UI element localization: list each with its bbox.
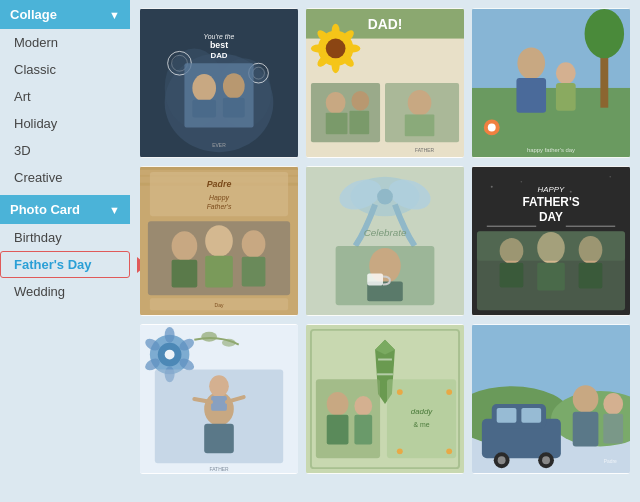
svg-rect-45: [516, 78, 546, 113]
svg-point-43: [585, 9, 625, 58]
svg-point-101: [165, 327, 175, 343]
svg-text:EVER: EVER: [212, 143, 226, 148]
svg-rect-61: [172, 260, 198, 288]
svg-text:DAD: DAD: [210, 51, 227, 60]
svg-rect-34: [349, 111, 369, 135]
svg-point-46: [556, 62, 576, 84]
svg-point-150: [603, 393, 623, 415]
sidebar-item-birthday[interactable]: Birthday: [0, 224, 130, 251]
sidebar-item-3d[interactable]: 3D: [0, 137, 130, 164]
card-happy-fathers-day-brown[interactable]: Padre Happy Father's Day: [140, 166, 298, 316]
sidebar-item-fathers-day[interactable]: Father's Day: [0, 251, 130, 278]
svg-text:daddy: daddy: [411, 407, 434, 416]
sidebar-item-modern[interactable]: Modern: [0, 29, 130, 56]
svg-point-49: [488, 123, 496, 131]
svg-text:DAD!: DAD!: [368, 16, 403, 32]
svg-text:Day: Day: [215, 303, 224, 308]
card-youre-best[interactable]: You're the best DAD EVER: [140, 8, 298, 158]
svg-point-80: [491, 186, 493, 188]
svg-text:You're the: You're the: [204, 33, 235, 40]
svg-rect-65: [242, 257, 266, 287]
svg-rect-37: [405, 115, 435, 137]
card-grid: You're the best DAD EVER DAD!: [140, 8, 630, 474]
card-fathers-day-chalkboard[interactable]: HAPPY FATHER'S DAY: [472, 166, 630, 316]
svg-point-133: [446, 389, 452, 395]
svg-point-147: [542, 456, 550, 464]
svg-point-21: [326, 39, 346, 59]
svg-text:Padre: Padre: [604, 459, 617, 464]
card-daddy-and-me[interactable]: daddy & me: [306, 324, 464, 474]
svg-text:& me: & me: [413, 421, 429, 428]
svg-rect-96: [477, 231, 625, 261]
svg-rect-113: [211, 396, 227, 411]
svg-point-9: [192, 74, 216, 102]
svg-rect-93: [537, 263, 565, 291]
photo-card-chevron-icon: ▼: [109, 204, 120, 216]
svg-text:Padre: Padre: [207, 179, 232, 189]
collage-chevron-icon: ▼: [109, 9, 120, 21]
card-father-son-piggyback[interactable]: FATHER: [140, 324, 298, 474]
svg-rect-149: [573, 412, 599, 447]
svg-point-36: [408, 90, 432, 116]
svg-rect-128: [354, 415, 372, 445]
sidebar: Collage ▼ Modern Classic Art Holiday 3D …: [0, 0, 130, 502]
card-dad-sunflower[interactable]: DAD!: [306, 8, 464, 158]
svg-rect-78: [367, 274, 383, 286]
svg-point-148: [573, 385, 599, 413]
svg-rect-33: [326, 113, 348, 135]
svg-rect-143: [521, 408, 541, 423]
svg-text:Father's: Father's: [207, 203, 232, 210]
svg-point-60: [172, 231, 198, 261]
collage-section-header[interactable]: Collage ▼: [0, 0, 130, 29]
photo-card-section-header[interactable]: Photo Card ▼: [0, 195, 130, 224]
svg-point-135: [446, 448, 452, 454]
svg-text:Happy: Happy: [209, 194, 230, 202]
svg-point-132: [397, 389, 403, 395]
svg-point-112: [209, 375, 229, 397]
svg-text:Celebrate: Celebrate: [364, 227, 407, 238]
svg-point-108: [222, 339, 236, 347]
svg-point-31: [326, 92, 346, 114]
svg-text:happy father's day: happy father's day: [527, 147, 575, 153]
svg-text:HAPPY: HAPPY: [538, 185, 565, 194]
svg-rect-151: [603, 414, 623, 444]
card-father-son-outdoor[interactable]: happy father's day: [472, 8, 630, 158]
card-father-son-car[interactable]: Padre: [472, 324, 630, 474]
svg-text:FATHER: FATHER: [209, 467, 228, 472]
svg-point-107: [201, 332, 217, 342]
card-celebrate[interactable]: Celebrate: [306, 166, 464, 316]
svg-point-127: [354, 396, 372, 416]
sidebar-item-classic[interactable]: Classic: [0, 56, 130, 83]
svg-text:DAY: DAY: [539, 210, 563, 224]
sidebar-item-wedding[interactable]: Wedding: [0, 278, 130, 305]
svg-point-145: [498, 456, 506, 464]
svg-rect-11: [192, 100, 216, 118]
svg-point-44: [517, 47, 545, 79]
svg-rect-63: [205, 256, 233, 288]
photo-card-section-label: Photo Card: [10, 202, 80, 217]
svg-point-73: [377, 189, 393, 205]
svg-point-125: [327, 392, 349, 416]
svg-rect-12: [223, 98, 245, 118]
svg-rect-95: [579, 263, 603, 289]
svg-rect-126: [327, 415, 349, 445]
svg-point-26: [332, 59, 340, 73]
svg-point-83: [609, 176, 611, 178]
svg-point-28: [311, 44, 325, 52]
svg-rect-91: [500, 263, 524, 288]
svg-point-100: [165, 350, 175, 360]
svg-rect-52: [140, 167, 298, 170]
svg-rect-111: [204, 424, 234, 454]
collage-section-label: Collage: [10, 7, 57, 22]
sidebar-item-creative[interactable]: Creative: [0, 164, 130, 191]
svg-point-64: [242, 230, 266, 258]
svg-point-10: [223, 73, 245, 99]
sidebar-item-art[interactable]: Art: [0, 83, 130, 110]
svg-text:FATHER: FATHER: [415, 148, 434, 153]
svg-rect-47: [556, 83, 576, 111]
svg-point-24: [346, 44, 360, 52]
svg-text:FATHER'S: FATHER'S: [522, 195, 579, 209]
svg-point-82: [570, 191, 572, 193]
main-content: You're the best DAD EVER DAD!: [130, 0, 640, 502]
sidebar-item-holiday[interactable]: Holiday: [0, 110, 130, 137]
